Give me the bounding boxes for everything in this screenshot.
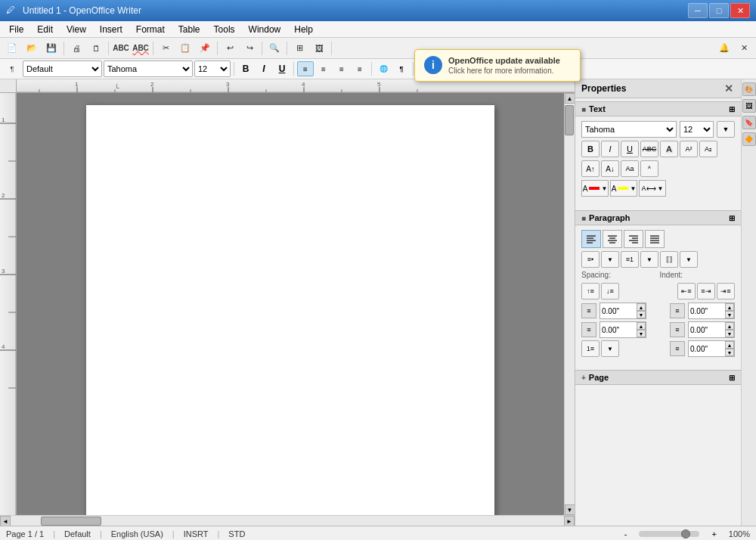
char-spacing-arrow[interactable]: ▼ bbox=[658, 185, 664, 192]
indent-after-up[interactable]: ▲ bbox=[725, 322, 734, 330]
printpreview-button[interactable]: 🗒 bbox=[87, 40, 105, 57]
menu-insert[interactable]: Insert bbox=[94, 23, 129, 36]
menu-view[interactable]: View bbox=[60, 23, 92, 36]
insert-image-button[interactable]: 🖼 bbox=[310, 40, 328, 57]
para-align-justify[interactable] bbox=[645, 230, 665, 248]
menu-format[interactable]: Format bbox=[130, 23, 171, 36]
align-right-button[interactable]: ≡ bbox=[333, 61, 350, 76]
prop-shadow-button[interactable]: A bbox=[660, 141, 678, 157]
redo-button[interactable]: ↪ bbox=[240, 40, 259, 57]
indent-before-input[interactable] bbox=[689, 303, 725, 318]
print-button[interactable]: 🖨 bbox=[67, 40, 85, 57]
table-button[interactable]: ⊞ bbox=[290, 40, 308, 57]
cut-button[interactable]: ✂ bbox=[156, 40, 175, 57]
font-color-button[interactable]: A ▼ bbox=[581, 180, 609, 197]
list-ordered-prop-button[interactable]: ≡1 bbox=[621, 251, 639, 268]
indent-before-up[interactable]: ▲ bbox=[725, 303, 734, 311]
side-icon-1[interactable]: 🎨 bbox=[742, 82, 756, 96]
prop-strike-button[interactable]: ABC bbox=[640, 141, 658, 157]
para-align-right[interactable] bbox=[624, 230, 643, 248]
spacing-below-down[interactable]: ▼ bbox=[637, 330, 646, 337]
indent-after-spinner[interactable]: ▲ ▼ bbox=[725, 322, 734, 337]
prop-underline-button[interactable]: U bbox=[621, 141, 639, 157]
line-spacing-button[interactable]: 1≡ bbox=[581, 340, 600, 357]
copy-button[interactable]: 📋 bbox=[176, 40, 194, 57]
document-page[interactable] bbox=[86, 105, 494, 515]
properties-close-button[interactable]: ✕ bbox=[723, 82, 735, 95]
list-ordered-dropdown-button[interactable]: ▼ bbox=[640, 251, 658, 268]
line-spacing-up[interactable]: ▲ bbox=[725, 341, 734, 349]
close-doc-button[interactable]: ✕ bbox=[735, 40, 753, 57]
spacing-above-spinner[interactable]: ▲ ▼ bbox=[637, 303, 646, 318]
underline-button[interactable]: U bbox=[274, 61, 290, 76]
minimize-button[interactable]: ─ bbox=[688, 3, 708, 18]
paragraph-section-header[interactable]: ■ Paragraph ⊞ bbox=[575, 210, 741, 225]
bold-button[interactable]: B bbox=[237, 61, 254, 76]
side-icon-3[interactable]: 🔖 bbox=[742, 116, 756, 129]
line-spacing-input[interactable] bbox=[689, 341, 725, 356]
spacing-below-spinner[interactable]: ▲ ▼ bbox=[637, 322, 646, 337]
save-button[interactable]: 💾 bbox=[42, 40, 60, 57]
notification-popup[interactable]: i OpenOffice update available Click here… bbox=[414, 49, 581, 82]
menu-file[interactable]: File bbox=[3, 23, 29, 36]
font-dropdown[interactable]: Tahoma bbox=[104, 61, 193, 77]
spacing-below-up[interactable]: ▲ bbox=[637, 322, 646, 330]
indent-before-spinner[interactable]: ▲ ▼ bbox=[725, 303, 734, 318]
prop-caps-button[interactable]: Aa bbox=[621, 160, 639, 177]
line-spacing-down[interactable]: ▼ bbox=[725, 349, 734, 356]
size-dropdown[interactable]: 12 bbox=[194, 61, 231, 77]
align-justify-button[interactable]: ≡ bbox=[352, 61, 368, 76]
prop-italic-button[interactable]: I bbox=[601, 141, 619, 157]
prop-shrink-button[interactable]: A↓ bbox=[601, 160, 619, 177]
menu-help[interactable]: Help bbox=[288, 23, 319, 36]
menu-edit[interactable]: Edit bbox=[31, 23, 59, 36]
prop-size-expand[interactable]: ▼ bbox=[717, 121, 735, 138]
find-button[interactable]: 🔍 bbox=[265, 40, 284, 57]
prop-superscript-button[interactable]: A² bbox=[680, 141, 698, 157]
list-unordered-prop-button[interactable]: ≡• bbox=[581, 251, 600, 268]
para-wrap-button[interactable]: ⟦⟧ bbox=[660, 251, 678, 268]
hscroll-track[interactable] bbox=[11, 516, 564, 526]
autocorrect-button[interactable]: ABC bbox=[132, 40, 150, 57]
spacing-above-up[interactable]: ▲ bbox=[637, 303, 646, 311]
prop-bold-button[interactable]: B bbox=[581, 141, 600, 157]
restore-button[interactable]: □ bbox=[709, 3, 729, 18]
scroll-down-button[interactable]: ▼ bbox=[565, 504, 575, 515]
scroll-thumb[interactable] bbox=[565, 105, 574, 135]
update-icon[interactable]: 🔔 bbox=[715, 40, 733, 57]
italic-button[interactable]: I bbox=[256, 61, 272, 76]
undo-button[interactable]: ↩ bbox=[221, 40, 239, 57]
menu-window[interactable]: Window bbox=[243, 23, 287, 36]
line-spacing-dropdown[interactable]: ▼ bbox=[601, 340, 619, 357]
scroll-left-button[interactable]: ◄ bbox=[0, 516, 11, 526]
para-align-center[interactable] bbox=[603, 230, 622, 248]
indent-after-down[interactable]: ▼ bbox=[725, 330, 734, 337]
spellcheck-button[interactable]: ABC bbox=[112, 40, 130, 57]
spacing-above-down[interactable]: ▼ bbox=[637, 311, 646, 318]
highlight-arrow[interactable]: ▼ bbox=[630, 185, 636, 192]
char-format-button[interactable]: ¶ bbox=[393, 61, 410, 76]
spacing-below-input[interactable] bbox=[600, 322, 637, 337]
language-button[interactable]: 🌐 bbox=[375, 61, 392, 76]
close-button[interactable]: ✕ bbox=[730, 3, 750, 18]
prop-subscript-button[interactable]: A₂ bbox=[699, 141, 717, 157]
scroll-right-button[interactable]: ► bbox=[564, 516, 575, 526]
spacing-above-input[interactable] bbox=[600, 303, 637, 318]
text-section-header[interactable]: ■ Text ⊞ bbox=[575, 101, 741, 116]
page-section-header[interactable]: + Page ⊞ bbox=[575, 370, 741, 385]
para-wrap-dropdown-button[interactable]: ▼ bbox=[680, 251, 698, 268]
new-button[interactable]: 📄 bbox=[3, 40, 21, 57]
list-dropdown-button[interactable]: ▼ bbox=[601, 251, 619, 268]
status-zoom-out-icon[interactable]: - bbox=[624, 529, 627, 538]
align-center-button[interactable]: ≡ bbox=[315, 61, 332, 76]
prop-grow-button[interactable]: A↑ bbox=[581, 160, 600, 177]
para-align-left[interactable] bbox=[581, 230, 601, 248]
line-spacing-spinner[interactable]: ▲ ▼ bbox=[725, 341, 734, 356]
menu-tools[interactable]: Tools bbox=[208, 23, 241, 36]
indent-after-input[interactable] bbox=[689, 322, 725, 337]
prop-smallcaps-button[interactable]: ᴬ bbox=[640, 160, 658, 177]
menu-table[interactable]: Table bbox=[172, 23, 206, 36]
hscroll-thumb[interactable] bbox=[41, 517, 101, 526]
char-spacing-button[interactable]: A⟷ ▼ bbox=[639, 180, 666, 197]
scroll-up-button[interactable]: ▲ bbox=[565, 93, 575, 104]
